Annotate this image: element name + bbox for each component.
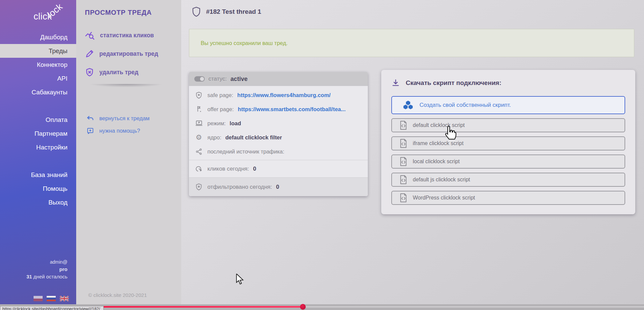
page-title: #182 Test thread 1 — [206, 8, 261, 15]
status-card-header: статус: active — [189, 72, 368, 86]
sidebar-item-api[interactable]: API — [0, 72, 76, 85]
clicklock-dashboard: clicklock Дашборд Треды Коннектор API Са… — [0, 0, 644, 310]
menu-block-shadow — [82, 84, 171, 88]
file-code-icon — [399, 139, 407, 148]
flag-uk-icon[interactable] — [60, 296, 69, 301]
file-code-icon — [399, 193, 407, 203]
shield-star-icon — [194, 91, 203, 99]
stat-label: кликов сегодня: — [207, 166, 249, 172]
menu-item-edit-thread[interactable]: редактировать тред — [85, 47, 177, 61]
days-left-text: дней осталось — [32, 274, 67, 279]
menu-item-label: удалить тред — [99, 69, 138, 76]
status-toggle-icon — [194, 76, 205, 82]
panel-title: ПРОСМОТР ТРЕДА — [85, 9, 152, 16]
sidebar-item-help[interactable]: Помощь — [0, 182, 76, 195]
shield-x-icon — [85, 68, 94, 77]
sidebar-item-payment[interactable]: Оплата — [0, 113, 76, 127]
player-progress-handle[interactable] — [300, 304, 306, 310]
clicklock-logo[interactable]: clicklock — [34, 11, 68, 22]
link-need-help[interactable]: нужна помощь? — [86, 125, 150, 137]
undo-arrow-icon — [86, 115, 94, 123]
thread-status-card: статус: active safe page: https://www.fl… — [189, 72, 368, 196]
days-left-number: 31 — [27, 274, 32, 279]
mode-value: load — [230, 120, 241, 127]
download-scripts-card: Скачать скрипт подключения: Создать свой… — [381, 70, 635, 214]
panel-links: вернуться к тредам нужна помощь? — [86, 112, 150, 137]
cursor-click-icon — [194, 165, 203, 173]
sidebar-item-dashboard[interactable]: Дашборд — [0, 30, 76, 44]
row-label: offer page: — [207, 106, 234, 113]
success-alert: Вы успешно сохранили ваш тред. — [189, 29, 634, 57]
script-button-default-js[interactable]: default js clicklock script — [391, 173, 625, 187]
row-last-traffic-source: последний источник трафика: — [189, 144, 368, 159]
row-safe-page: safe page: https://www.flowers4hamburg.c… — [189, 88, 368, 102]
sidebar-item-threads[interactable]: Треды — [0, 44, 76, 58]
panel-link-label: нужна помощь? — [99, 128, 140, 134]
script-button-default[interactable]: default clicklock script — [391, 118, 625, 132]
sidebar-nav: Дашборд Треды Коннектор API Сабакаунты О… — [0, 30, 76, 209]
status-bar-url: https://clicklock.site/dashboard/connect… — [0, 306, 104, 310]
safe-page-link[interactable]: https://www.flowers4hamburg.com/ — [237, 92, 331, 98]
panel-link-label: вернуться к тредам — [99, 115, 150, 122]
menu-item-click-statistics[interactable]: статистика кликов — [85, 28, 177, 42]
row-filtered-today: отфильтровано сегодня: 0 — [189, 178, 368, 196]
row-offer-page: offer page: https://www.smartbets.com/fo… — [189, 102, 368, 116]
row-label: ядро: — [207, 134, 221, 141]
create-own-script-label: Создать свой собственный скрипт. — [419, 102, 511, 108]
script-button-iframe[interactable]: iframe clicklock script — [391, 136, 625, 150]
flag-poland-icon[interactable] — [34, 296, 43, 301]
row-label: режим: — [207, 120, 226, 127]
mouse-hand-cursor — [444, 125, 457, 142]
success-alert-text: Вы успешно сохранили ваш тред. — [201, 40, 288, 46]
download-card-header: Скачать скрипт подключения: — [391, 79, 625, 87]
copyright-footer: © clicklock.site 2020-2021 — [88, 292, 147, 298]
flag-pin-icon — [194, 105, 203, 113]
mouse-arrow-cursor — [236, 274, 245, 286]
download-card-title: Скачать скрипт подключения: — [406, 79, 501, 87]
sidebar-item-subaccounts[interactable]: Сабакаунты — [0, 85, 76, 99]
download-icon — [391, 79, 400, 87]
shield-star-icon — [194, 183, 203, 191]
row-core: ⚙ ядро: default clicklock filter — [189, 130, 368, 144]
file-code-icon — [399, 121, 407, 130]
language-switcher — [34, 296, 69, 301]
menu-item-label: статистика кликов — [100, 32, 154, 39]
row-mode: режим: load — [189, 116, 368, 130]
row-label: последний источник трафика: — [207, 148, 284, 155]
sidebar-item-connector[interactable]: Коннектор — [0, 58, 76, 72]
laptop-arrow-icon — [194, 119, 203, 127]
menu-item-delete-thread[interactable]: удалить тред — [85, 65, 177, 79]
file-code-icon — [399, 157, 407, 166]
clicks-today-value: 0 — [253, 166, 256, 172]
shield-icon — [192, 7, 201, 17]
file-code-icon — [399, 175, 407, 184]
offer-page-link[interactable]: https://www.smartbets.com/football/tea..… — [238, 106, 346, 113]
stat-label: отфильтровано сегодня: — [207, 184, 272, 190]
account-info: admin@ pro 31 дней осталось — [27, 258, 67, 280]
main-content: #182 Test thread 1 Вы успешно сохранили … — [181, 0, 644, 305]
script-button-wordpress[interactable]: WordPress clicklock script — [391, 191, 625, 205]
script-button-local[interactable]: local clicklock script — [391, 154, 625, 169]
account-days-left: 31 дней осталось — [27, 273, 67, 280]
script-button-label: WordPress clicklock script — [413, 195, 475, 201]
sidebar: clicklock Дашборд Треды Коннектор API Са… — [0, 0, 76, 305]
status-value: active — [231, 76, 248, 83]
create-own-script-button[interactable]: Создать свой собственный скрипт. — [391, 96, 625, 114]
script-button-label: default js clicklock script — [413, 177, 470, 183]
pencil-icon — [85, 49, 94, 58]
cubes-icon — [403, 100, 413, 110]
thread-actions-menu: статистика кликов редактировать тред уда… — [85, 28, 177, 84]
sidebar-item-settings[interactable]: Настройки — [0, 140, 76, 154]
row-clicks-today: кликов сегодня: 0 — [189, 160, 368, 177]
gear-icon: ⚙ — [194, 134, 203, 141]
sidebar-item-knowledge-base[interactable]: База знаний — [0, 168, 76, 182]
account-email: admin@ — [27, 258, 67, 266]
sidebar-item-logout[interactable]: Выход — [0, 195, 76, 209]
chart-magnifier-icon — [85, 30, 95, 40]
sidebar-item-partners[interactable]: Партнерам — [0, 127, 76, 140]
account-plan: pro — [27, 266, 67, 273]
flag-russia-icon[interactable] — [47, 296, 56, 301]
link-back-to-threads[interactable]: вернуться к тредам — [86, 112, 150, 125]
script-button-label: local clicklock script — [413, 159, 460, 165]
row-label: safe page: — [207, 92, 233, 98]
